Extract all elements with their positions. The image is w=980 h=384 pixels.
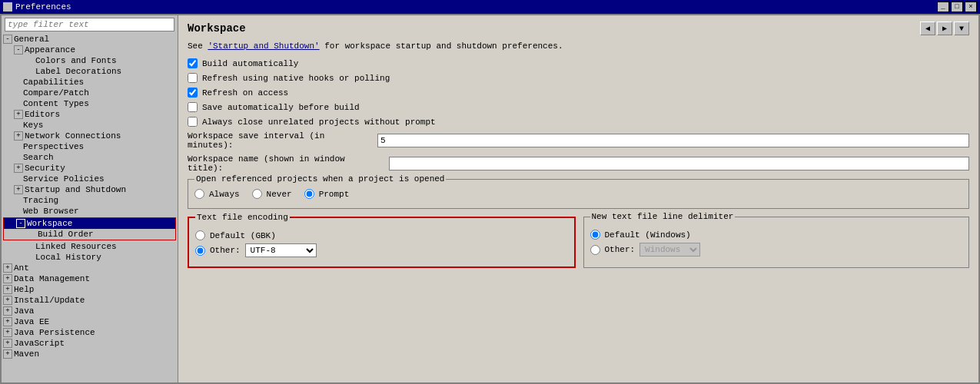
toggle-install-update[interactable]: + — [3, 296, 12, 305]
toggle-ant[interactable]: + — [3, 263, 12, 273]
tree-item-data-management[interactable]: + Data Management — [2, 273, 178, 284]
left-panel: - General - Appearance Colors and Fonts … — [2, 15, 178, 382]
toggle-java[interactable]: + — [3, 306, 12, 316]
save-interval-label: Workspace save interval (in minutes): — [188, 131, 373, 150]
save-interval-row: Workspace save interval (in minutes): — [188, 131, 969, 150]
tree-item-network[interactable]: + Network Connections — [2, 131, 178, 141]
save-before-build-checkbox[interactable] — [188, 102, 198, 112]
refresh-access-checkbox[interactable] — [188, 88, 198, 98]
close-button[interactable]: × — [965, 2, 977, 12]
delimiter-default-radio[interactable] — [590, 230, 600, 240]
always-label[interactable]: Always — [209, 190, 240, 199]
radio-always: Always — [194, 189, 240, 199]
checkbox-close-unrelated: Always close unrelated projects without … — [188, 117, 969, 127]
encoding-default-radio[interactable] — [195, 230, 205, 240]
forward-button[interactable]: ▶ — [937, 22, 952, 35]
delimiter-other-radio[interactable] — [590, 245, 600, 255]
line-delimiter-title: New text file line delimiter — [590, 212, 736, 221]
refresh-native-label[interactable]: Refresh using native hooks or polling — [202, 74, 390, 83]
toggle-maven[interactable]: + — [3, 349, 12, 359]
tree-item-security[interactable]: + Security — [2, 163, 178, 174]
prompt-label[interactable]: Prompt — [319, 190, 350, 199]
main-window: - General - Appearance Colors and Fonts … — [0, 14, 980, 384]
tree-item-capabilities[interactable]: Capabilities — [2, 77, 178, 88]
minimize-button[interactable]: _ — [937, 2, 949, 12]
tree-item-search[interactable]: Search — [2, 152, 178, 163]
refresh-access-label[interactable]: Refresh on access — [202, 88, 288, 98]
tree-item-workspace[interactable]: - Workspace — [4, 218, 175, 229]
tree-item-linked-resources[interactable]: Linked Resources — [2, 241, 178, 252]
tree-item-content-types[interactable]: Content Types — [2, 98, 178, 109]
maximize-button[interactable]: □ — [951, 2, 963, 12]
encoding-other-row: Other: UTF-8 UTF-16 ISO-8859-1 GBK US-AS… — [195, 243, 568, 257]
toggle-security[interactable]: + — [14, 164, 23, 173]
checkbox-build-auto: Build automatically — [188, 58, 969, 68]
toggle-help[interactable]: + — [3, 285, 12, 294]
toggle-javascript[interactable]: + — [3, 339, 12, 348]
text-encoding-group: Text file encoding Default (GBK) Other: … — [188, 217, 576, 268]
toggle-startup[interactable]: + — [14, 185, 23, 194]
never-label[interactable]: Never — [267, 190, 292, 199]
tree-item-tracing[interactable]: Tracing — [2, 195, 178, 206]
dropdown-button[interactable]: ▼ — [954, 22, 969, 35]
tree-item-label-decorations[interactable]: Label Decorations — [2, 66, 178, 77]
close-unrelated-label[interactable]: Always close unrelated projects without … — [202, 118, 436, 127]
tree-item-local-history[interactable]: Local History — [2, 252, 178, 263]
tree-item-editors[interactable]: + Editors — [2, 109, 178, 120]
always-radio[interactable] — [194, 189, 204, 199]
tree-item-ant[interactable]: + Ant — [2, 263, 178, 273]
tree-item-general[interactable]: - General — [2, 34, 178, 45]
tree-item-perspectives[interactable]: Perspectives — [2, 141, 178, 152]
navigation-buttons: ◀ ▶ ▼ — [920, 22, 969, 35]
never-radio[interactable] — [252, 189, 262, 199]
tree-item-install-update[interactable]: + Install/Update — [2, 295, 178, 306]
tree-item-startup-shutdown[interactable]: + Startup and Shutdown — [2, 184, 178, 195]
tree-item-compare-patch[interactable]: Compare/Patch — [2, 88, 178, 98]
encoding-select[interactable]: UTF-8 UTF-16 ISO-8859-1 GBK US-ASCII — [245, 243, 317, 257]
prompt-radio[interactable] — [304, 189, 314, 199]
toggle-java-persistence[interactable]: + — [3, 328, 12, 337]
encoding-other-label[interactable]: Other: — [210, 246, 241, 255]
tree-item-java-ee[interactable]: + Java EE — [2, 316, 178, 327]
tree-item-javascript[interactable]: + JavaScript — [2, 338, 178, 349]
close-unrelated-checkbox[interactable] — [188, 117, 198, 127]
delimiter-select[interactable]: Windows Unix Mac OS X — [639, 243, 700, 257]
toggle-workspace[interactable]: - — [16, 219, 25, 228]
open-projects-title: Open referenced projects when a project … — [194, 174, 446, 184]
tree-item-appearance[interactable]: - Appearance — [2, 45, 178, 55]
tree-item-maven[interactable]: + Maven — [2, 349, 178, 359]
toggle-general[interactable]: - — [3, 35, 12, 44]
save-before-build-label[interactable]: Save automatically before build — [202, 103, 360, 112]
encoding-other-radio[interactable] — [195, 246, 205, 256]
workspace-name-label: Workspace name (shown in window title): — [188, 154, 384, 173]
build-auto-label[interactable]: Build automatically — [202, 59, 298, 68]
tree-item-build-order[interactable]: Build Order — [4, 229, 175, 240]
tree-item-help[interactable]: + Help — [2, 284, 178, 295]
toggle-data-management[interactable]: + — [3, 274, 12, 283]
window-title: Preferences — [15, 2, 71, 12]
toggle-network[interactable]: + — [14, 131, 23, 141]
tree-item-java[interactable]: + Java — [2, 306, 178, 316]
save-interval-input[interactable] — [377, 134, 969, 147]
startup-shutdown-link[interactable]: 'Startup and Shutdown' — [208, 41, 319, 51]
right-panel: Workspace ◀ ▶ ▼ See 'Startup and Shutdow… — [178, 15, 978, 382]
toggle-editors[interactable]: + — [14, 110, 23, 119]
tree-item-service-policies[interactable]: Service Policies — [2, 174, 178, 184]
delimiter-default-label[interactable]: Default (Windows) — [605, 230, 691, 240]
workspace-name-input[interactable] — [389, 157, 969, 170]
toggle-appearance[interactable]: - — [14, 45, 23, 55]
build-auto-checkbox[interactable] — [188, 58, 198, 68]
refresh-native-checkbox[interactable] — [188, 73, 198, 83]
encoding-default-row: Default (GBK) — [195, 230, 568, 240]
delimiter-other-label[interactable]: Other: — [605, 245, 636, 254]
tree-item-web-browser[interactable]: Web Browser — [2, 206, 178, 217]
encoding-default-label[interactable]: Default (GBK) — [210, 231, 276, 240]
window-controls: _ □ × — [937, 2, 977, 12]
tree-item-java-persistence[interactable]: + Java Persistence — [2, 327, 178, 338]
filter-input[interactable] — [5, 18, 174, 31]
tree-item-colors-fonts[interactable]: Colors and Fonts — [2, 55, 178, 66]
toggle-java-ee[interactable]: + — [3, 317, 12, 326]
back-button[interactable]: ◀ — [920, 22, 935, 35]
tree-item-keys[interactable]: Keys — [2, 120, 178, 131]
description-line: See 'Startup and Shutdown' for workspace… — [188, 41, 969, 51]
